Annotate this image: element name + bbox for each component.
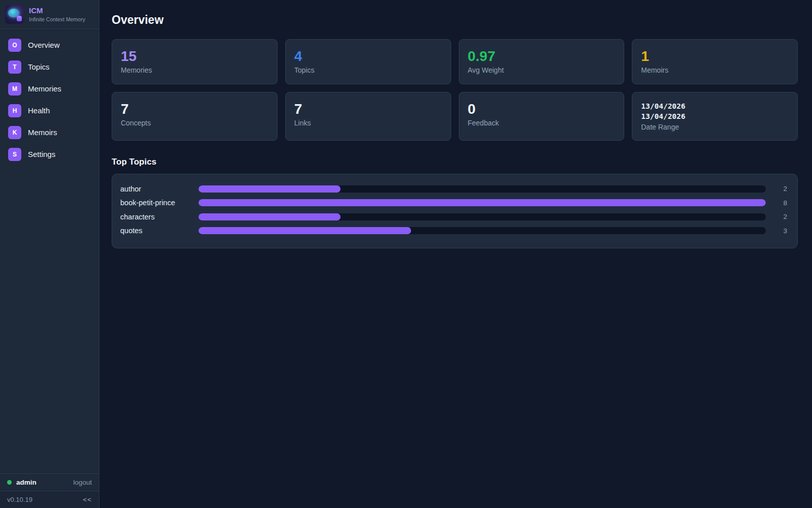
- sidebar-item-label: Settings: [28, 150, 55, 158]
- database-icon: [17, 16, 22, 21]
- chart-bar-track: [198, 185, 766, 193]
- chart-value-label: 8: [766, 199, 787, 207]
- sidebar-footer: admin logout v0.10.19 <<: [0, 473, 99, 508]
- stat-label-memoirs: Memoirs: [641, 66, 789, 74]
- username: admin: [16, 479, 73, 486]
- stat-value-avg-weight: 0.97: [468, 48, 616, 65]
- sidebar-item-overview[interactable]: OOverview: [0, 34, 99, 56]
- sidebar-item-label: Overview: [28, 41, 60, 49]
- stat-value-feedback: 0: [468, 101, 616, 117]
- stat-value-memoirs: 1: [641, 48, 789, 65]
- stat-card-topics: 4Topics: [285, 39, 451, 84]
- stat-card-avg-weight: 0.97Avg Weight: [459, 39, 625, 84]
- app-subtitle: Infinite Context Memory: [29, 16, 85, 22]
- stat-label-date-range: Date Range: [641, 123, 789, 131]
- sidebar-item-label: Memoirs: [28, 128, 57, 137]
- chart-value-label: 2: [766, 213, 787, 220]
- stat-label-links: Links: [294, 119, 442, 127]
- chart-category-label: characters: [120, 213, 198, 221]
- stat-label-feedback: Feedback: [468, 119, 616, 127]
- chart-value-label: 2: [766, 185, 787, 193]
- sidebar-item-health[interactable]: HHealth: [0, 100, 99, 121]
- memories-letter-icon: M: [8, 82, 21, 96]
- sidebar-item-topics[interactable]: TTopics: [0, 56, 99, 78]
- stat-card-feedback: 0Feedback: [459, 92, 625, 141]
- online-status-dot-icon: [7, 480, 12, 485]
- sidebar-nav: OOverviewTTopicsMMemoriesHHealthKMemoirs…: [0, 29, 99, 473]
- app-header: ICM Infinite Context Memory: [0, 0, 99, 29]
- chart-bar-fill: [198, 199, 766, 206]
- top-topics-chart: author2book-petit-prince8characters2quot…: [112, 174, 798, 248]
- sidebar-item-memoirs[interactable]: KMemoirs: [0, 121, 99, 143]
- sidebar-item-label: Health: [28, 106, 50, 115]
- stat-value-concepts: 7: [121, 101, 268, 117]
- chart-category-label: quotes: [120, 227, 198, 235]
- date-range-from: 13/04/2026: [641, 101, 789, 111]
- chart-row-author: author2: [120, 182, 787, 196]
- stat-value-memories: 15: [121, 48, 268, 65]
- chart-bar-track: [198, 227, 766, 234]
- chart-bar-track: [198, 213, 766, 220]
- sidebar-item-label: Memories: [28, 84, 61, 93]
- stat-value-links: 7: [294, 101, 442, 117]
- app-name: ICM: [29, 6, 85, 16]
- stat-card-memories: 15Memories: [112, 39, 278, 84]
- memoirs-letter-icon: K: [8, 126, 21, 139]
- page-title: Overview: [112, 13, 798, 27]
- main-content: Overview 15Memories4Topics0.97Avg Weight…: [99, 0, 812, 508]
- chart-bar-fill: [198, 213, 341, 220]
- overview-letter-icon: O: [8, 39, 21, 52]
- logout-link[interactable]: logout: [73, 479, 92, 486]
- stat-card-date-range: 13/04/202613/04/2026Date Range: [632, 92, 798, 141]
- sidebar-collapse-button[interactable]: <<: [83, 496, 92, 503]
- version-row: v0.10.19 <<: [0, 491, 99, 508]
- topics-letter-icon: T: [8, 60, 21, 74]
- stat-label-concepts: Concepts: [121, 119, 268, 127]
- chart-row-book-petit-prince: book-petit-prince8: [120, 196, 787, 210]
- chart-value-label: 3: [766, 227, 787, 235]
- date-range-to: 13/04/2026: [641, 111, 789, 121]
- sidebar-item-memories[interactable]: MMemories: [0, 78, 99, 100]
- chart-row-quotes: quotes3: [120, 224, 787, 238]
- stat-card-memoirs: 1Memoirs: [632, 39, 798, 84]
- settings-letter-icon: S: [8, 148, 21, 161]
- stats-grid: 15Memories4Topics0.97Avg Weight1Memoirs7…: [112, 39, 798, 141]
- user-row: admin logout: [0, 474, 99, 491]
- chart-bar-track: [198, 199, 766, 206]
- stat-label-topics: Topics: [294, 66, 442, 74]
- chart-bar-fill: [198, 227, 411, 234]
- app-logo-brain-icon: [5, 5, 24, 24]
- sidebar-item-settings[interactable]: SSettings: [0, 143, 99, 165]
- app-title-block: ICM Infinite Context Memory: [29, 6, 85, 23]
- chart-category-label: author: [120, 185, 198, 193]
- stat-card-concepts: 7Concepts: [112, 92, 278, 141]
- health-letter-icon: H: [8, 104, 21, 117]
- top-topics-title: Top Topics: [112, 157, 798, 167]
- stat-value-topics: 4: [294, 48, 442, 65]
- stat-label-avg-weight: Avg Weight: [468, 66, 616, 74]
- chart-row-characters: characters2: [120, 210, 787, 224]
- stat-label-memories: Memories: [121, 66, 268, 74]
- stat-card-links: 7Links: [285, 92, 451, 141]
- sidebar: ICM Infinite Context Memory OOverviewTTo…: [0, 0, 99, 508]
- app-version: v0.10.19: [7, 496, 32, 503]
- sidebar-item-label: Topics: [28, 62, 50, 71]
- chart-bar-fill: [198, 185, 341, 193]
- chart-category-label: book-petit-prince: [120, 199, 198, 207]
